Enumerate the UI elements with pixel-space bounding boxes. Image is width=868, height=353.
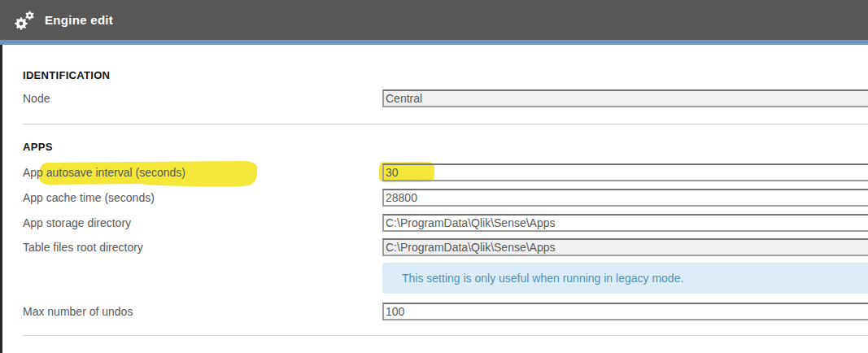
field-row-node: Node xyxy=(0,89,868,109)
section-divider xyxy=(23,124,868,124)
autosave-interval-input[interactable] xyxy=(382,163,868,181)
field-row-tablefiles: Table files root directory xyxy=(0,238,868,258)
field-label-autosave: App autosave interval (seconds) xyxy=(23,166,185,179)
field-label-cache: App cache time (seconds) xyxy=(23,191,155,204)
section-divider-bottom xyxy=(23,335,868,336)
field-label-node: Node xyxy=(23,92,50,105)
field-row-cache: App cache time (seconds) xyxy=(0,189,868,208)
engine-edit-screen: Engine edit IDENTIFICATION Node APPS App… xyxy=(0,0,868,353)
storage-directory-input[interactable] xyxy=(382,214,868,232)
node-input xyxy=(382,89,868,107)
field-row-storage: App storage directory xyxy=(0,214,868,233)
field-label-storage: App storage directory xyxy=(23,216,131,229)
info-message-text: This setting is only useful when running… xyxy=(402,272,683,285)
field-label-undos: Max number of undos xyxy=(23,305,133,318)
section-title-identification: IDENTIFICATION xyxy=(23,69,110,81)
autosave-input-wrap xyxy=(382,163,868,181)
page-header: Engine edit xyxy=(0,0,868,40)
table-files-root-input xyxy=(382,238,868,256)
field-label-tablefiles: Table files root directory xyxy=(23,241,143,254)
section-title-apps: APPS xyxy=(23,141,53,153)
max-undos-input[interactable] xyxy=(382,303,868,320)
header-accent-strip xyxy=(0,40,868,45)
field-row-undos: Max number of undos xyxy=(0,303,868,322)
page-title: Engine edit xyxy=(45,13,113,27)
cache-time-input[interactable] xyxy=(382,189,868,207)
gears-icon xyxy=(12,8,37,33)
field-row-autosave: App autosave interval (seconds) xyxy=(0,163,868,183)
legacy-mode-info-message: This setting is only useful when running… xyxy=(382,263,868,294)
